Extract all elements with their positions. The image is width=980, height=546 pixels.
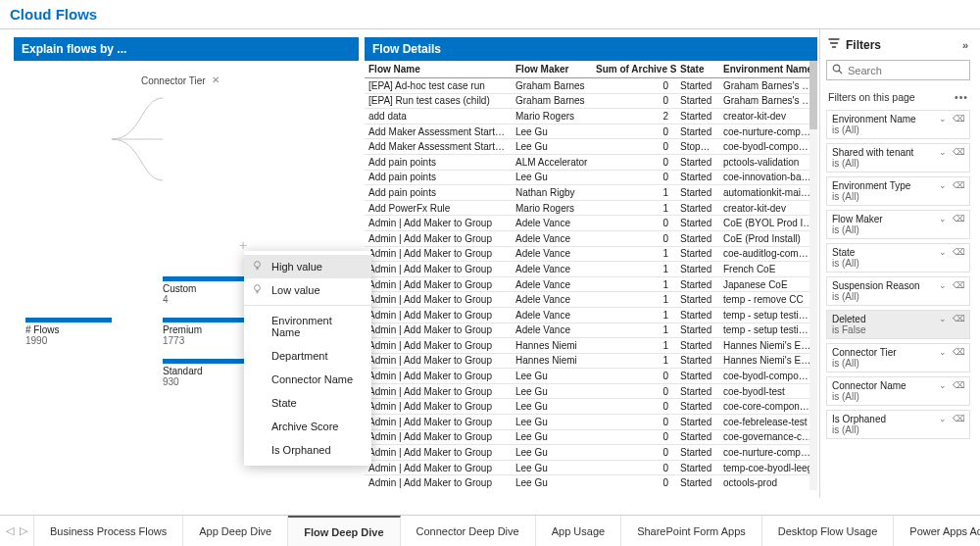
table-row[interactable]: [EPA] Run test cases (child)Graham Barne… bbox=[365, 93, 817, 109]
col-flow-maker[interactable]: Flow Maker bbox=[512, 61, 592, 78]
chevron-down-icon[interactable]: ⌄ bbox=[939, 114, 947, 124]
clear-filter-icon[interactable]: ⌫ bbox=[953, 380, 965, 390]
table-row[interactable]: Admin | Add Maker to GroupHannes Niemi1S… bbox=[365, 353, 817, 369]
filter-suspension-reason[interactable]: Suspension Reasonis (All)⌄⌫ bbox=[826, 276, 970, 306]
table-row[interactable]: Admin | Add Maker to GroupLee Gu0Started… bbox=[365, 399, 817, 415]
cell-archive-score: 0 bbox=[592, 139, 676, 155]
col-environment-name[interactable]: Environment Name bbox=[719, 61, 817, 78]
clear-filter-icon[interactable]: ⌫ bbox=[953, 147, 965, 157]
tab-app-deep-dive[interactable]: App Deep Dive bbox=[183, 516, 288, 546]
clear-filter-icon[interactable]: ⌫ bbox=[953, 347, 965, 357]
filter-connector-tier[interactable]: Connector Tieris (All)⌄⌫ bbox=[826, 343, 970, 372]
clear-filter-icon[interactable]: ⌫ bbox=[953, 414, 965, 423]
chevron-down-icon[interactable]: ⌄ bbox=[939, 280, 947, 290]
ctx-is-orphaned[interactable]: Is Orphaned bbox=[244, 438, 371, 462]
filter-environment-name[interactable]: Environment Nameis (All)⌄⌫ bbox=[826, 110, 970, 139]
table-row[interactable]: Admin | Add Maker to GroupAdele Vance1St… bbox=[365, 307, 817, 323]
filter-state[interactable]: Stateis (All)⌄⌫ bbox=[826, 243, 970, 273]
ctx-connector-name[interactable]: Connector Name bbox=[244, 368, 371, 391]
ctx-state[interactable]: State bbox=[244, 391, 371, 415]
table-row[interactable]: Admin | Add Maker to GroupAdele Vance1St… bbox=[365, 246, 817, 262]
filter-deleted[interactable]: Deletedis False⌄⌫ bbox=[826, 310, 970, 339]
tree-node-standard[interactable]: Standard930 bbox=[163, 359, 249, 387]
tree-node-premium[interactable]: Premium1773 bbox=[163, 318, 249, 346]
filter-environment-type[interactable]: Environment Typeis (All)⌄⌫ bbox=[826, 176, 970, 206]
cell-env: coe-febrelease-test bbox=[719, 415, 817, 430]
table-row[interactable]: Add Maker Assessment Starter DataLee Gu0… bbox=[365, 139, 817, 155]
table-row[interactable]: Admin | Add Maker to GroupAdele Vance0St… bbox=[365, 216, 817, 231]
cell-flow-name: Admin | Add Maker to Group bbox=[365, 429, 512, 445]
clear-filter-icon[interactable]: ⌫ bbox=[953, 314, 965, 323]
filter-search-input[interactable] bbox=[848, 65, 964, 76]
cell-state: Started bbox=[676, 124, 719, 139]
chevron-down-icon[interactable]: ⌄ bbox=[939, 180, 947, 190]
col-state[interactable]: State bbox=[676, 61, 719, 78]
filter-connector-name[interactable]: Connector Nameis (All)⌄⌫ bbox=[826, 376, 970, 406]
col-sum-of-archive-score[interactable]: Sum of Archive Score bbox=[592, 61, 676, 78]
ctx-item-label: State bbox=[271, 397, 297, 409]
filter-search[interactable] bbox=[826, 60, 970, 80]
table-row[interactable]: add dataMario Rogers2Startedcreator-kit-… bbox=[365, 109, 817, 124]
tab-flow-deep-dive[interactable]: Flow Deep Dive bbox=[288, 516, 400, 546]
chevron-down-icon[interactable]: ⌄ bbox=[939, 214, 947, 223]
cell-state: Started bbox=[676, 276, 719, 292]
table-scrollbar[interactable] bbox=[809, 61, 817, 490]
table-row[interactable]: Admin | Add Maker to GroupAdele Vance1St… bbox=[365, 292, 817, 308]
table-row[interactable]: Admin | Add Maker to GroupLee Gu0Started… bbox=[365, 415, 817, 430]
more-options-icon[interactable]: ••• bbox=[955, 91, 968, 103]
scroll-thumb[interactable] bbox=[809, 61, 817, 129]
filter-flow-maker[interactable]: Flow Makeris (All)⌄⌫ bbox=[826, 210, 970, 239]
tab-business-process-flows[interactable]: Business Process Flows bbox=[34, 516, 183, 546]
clear-filter-icon[interactable]: ⌫ bbox=[953, 114, 965, 124]
tab-desktop-flow-usage[interactable]: Desktop Flow Usage bbox=[762, 516, 895, 546]
tree-node-custom[interactable]: Custom4 bbox=[163, 276, 249, 305]
table-row[interactable]: Admin | Add Maker to GroupAdele Vance1St… bbox=[365, 323, 817, 338]
clear-filter-icon[interactable]: ⌫ bbox=[953, 214, 965, 223]
chevron-down-icon[interactable]: ⌄ bbox=[939, 147, 947, 157]
collapse-pane-icon[interactable]: » bbox=[962, 39, 968, 51]
clear-filter-icon[interactable]: ⌫ bbox=[953, 280, 965, 290]
table-row[interactable]: Admin | Add Maker to GroupHannes Niemi1S… bbox=[365, 338, 817, 354]
ctx-high-value[interactable]: High value bbox=[244, 255, 371, 278]
table-row[interactable]: Admin | Add Maker to GroupAdele Vance1St… bbox=[365, 262, 817, 277]
table-row[interactable]: Admin | Add Maker to GroupLee Gu0Started… bbox=[365, 429, 817, 445]
col-flow-name[interactable]: Flow Name bbox=[365, 61, 512, 78]
table-row[interactable]: Admin | Add Maker to GroupLee Gu0Started… bbox=[365, 460, 817, 475]
table-row[interactable]: Add pain pointsNathan Rigby1Startedautom… bbox=[365, 185, 817, 201]
table-row[interactable]: Admin | Add Maker to GroupLee Gu0Started… bbox=[365, 369, 817, 384]
table-row[interactable]: Admin | Add Maker to GroupLee Gu0Started… bbox=[365, 475, 817, 490]
ctx-department[interactable]: Department bbox=[244, 344, 371, 368]
cell-flow-maker: Adele Vance bbox=[512, 246, 592, 262]
tree-root[interactable]: # Flows 1990 bbox=[25, 318, 112, 346]
chevron-down-icon[interactable]: ⌄ bbox=[939, 347, 947, 357]
table-row[interactable]: Add pain pointsALM Accelerator0Startedpc… bbox=[365, 154, 817, 170]
table-row[interactable]: Admin | Add Maker to GroupAdele Vance1St… bbox=[365, 276, 817, 292]
ctx-low-value[interactable]: Low value bbox=[244, 278, 371, 302]
tab-app-usage[interactable]: App Usage bbox=[536, 516, 621, 546]
table-row[interactable]: Add Maker Assessment Starter DataLee Gu0… bbox=[365, 124, 817, 139]
table-row[interactable]: Admin | Add Maker to GroupAdele Vance0St… bbox=[365, 230, 817, 246]
table-row[interactable]: Admin | Add Maker to GroupLee Gu0Started… bbox=[365, 383, 817, 399]
clear-filter-icon[interactable]: ⌫ bbox=[953, 247, 965, 257]
table-row[interactable]: [EPA] Ad-hoc test case runGraham Barnes0… bbox=[365, 78, 817, 94]
ctx-archive-score[interactable]: Archive Score bbox=[244, 415, 371, 438]
tab-prev-icon[interactable]: ◁ bbox=[6, 524, 14, 537]
filter-shared-with-tenant[interactable]: Shared with tenantis (All)⌄⌫ bbox=[826, 143, 970, 173]
clear-filter-icon[interactable]: ⌫ bbox=[953, 180, 965, 190]
tab-sharepoint-form-apps[interactable]: SharePoint Form Apps bbox=[621, 516, 762, 546]
tab-next-icon[interactable]: ▷ bbox=[20, 524, 27, 537]
chevron-down-icon[interactable]: ⌄ bbox=[939, 380, 947, 390]
chevron-down-icon[interactable]: ⌄ bbox=[939, 314, 947, 323]
table-row[interactable]: Admin | Add Maker to GroupLee Gu0Started… bbox=[365, 445, 817, 461]
chevron-down-icon[interactable]: ⌄ bbox=[939, 247, 947, 257]
filter-is-orphaned[interactable]: Is Orphanedis (All)⌄⌫ bbox=[826, 410, 970, 439]
table-row[interactable]: Add PowerFx RuleMario Rogers1Startedcrea… bbox=[365, 200, 817, 216]
tab-power-apps-adoption[interactable]: Power Apps Adoption bbox=[894, 516, 980, 546]
ctx-environment-name[interactable]: Environment Name bbox=[244, 309, 371, 344]
ctx-item-label: Is Orphaned bbox=[271, 444, 331, 456]
flow-details-visual[interactable]: Flow Details Flow NameFlow MakerSum of A… bbox=[365, 37, 817, 490]
table-row[interactable]: Add pain pointsLee Gu0Startedcoe-innovat… bbox=[365, 170, 817, 185]
tab-connector-deep-dive[interactable]: Connector Deep Dive bbox=[401, 516, 536, 546]
cell-env: automationkit-main-dev bbox=[719, 185, 817, 201]
chevron-down-icon[interactable]: ⌄ bbox=[939, 414, 947, 423]
